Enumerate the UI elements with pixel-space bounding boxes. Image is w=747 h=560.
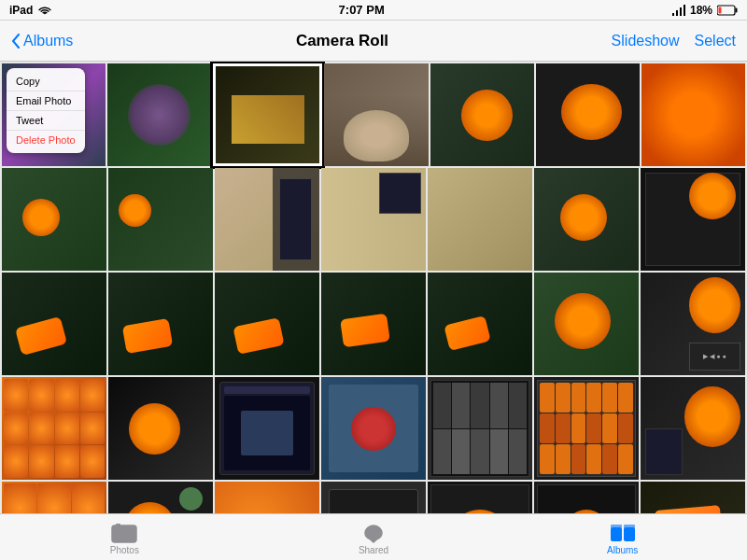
- status-bar: iPad 7:07 PM 18%: [0, 0, 747, 21]
- tab-shared-label: Shared: [359, 545, 388, 555]
- battery-icon: [717, 5, 738, 16]
- photo-thumb[interactable]: [534, 482, 639, 513]
- svg-rect-5: [735, 7, 737, 12]
- grid-row: ▶: [2, 482, 745, 513]
- photo-thumb[interactable]: [108, 482, 213, 513]
- photo-grid: Copy Email Photo Tweet Delete Photo: [0, 62, 747, 513]
- grid-row: ▶ ◀ ● ●: [2, 273, 745, 375]
- photo-thumb[interactable]: [428, 168, 532, 271]
- select-button[interactable]: Select: [695, 33, 736, 49]
- ctx-delete[interactable]: Delete Photo: [7, 131, 85, 149]
- photo-thumb[interactable]: [428, 377, 532, 480]
- photo-thumb[interactable]: [215, 273, 319, 375]
- photo-thumb[interactable]: [108, 377, 213, 480]
- svg-rect-13: [624, 525, 635, 528]
- svg-rect-7: [112, 525, 136, 542]
- svg-marker-3: [672, 13, 674, 16]
- photo-thumb[interactable]: [321, 273, 426, 375]
- wifi-icon: [37, 5, 52, 16]
- photo-thumb[interactable]: [534, 273, 639, 375]
- back-label: Albums: [23, 33, 73, 49]
- slideshow-button[interactable]: Slideshow: [612, 33, 680, 49]
- grid-row: Copy Email Photo Tweet Delete Photo: [2, 63, 745, 166]
- photo-thumb[interactable]: [215, 377, 319, 480]
- svg-rect-12: [611, 525, 622, 528]
- back-button[interactable]: Albums: [11, 33, 73, 49]
- photo-thumb[interactable]: Copy Email Photo Tweet Delete Photo: [2, 63, 106, 166]
- device-label: iPad: [9, 4, 33, 17]
- tab-albums-label: Albums: [607, 545, 638, 555]
- photo-thumb[interactable]: [430, 63, 534, 166]
- tab-photos[interactable]: Photos: [0, 519, 249, 555]
- grid-row: [2, 168, 745, 271]
- photo-thumb[interactable]: ▶ ◀ ● ●: [641, 273, 745, 375]
- svg-rect-8: [116, 524, 120, 526]
- status-time: 7:07 PM: [339, 3, 385, 17]
- context-menu: Copy Email Photo Tweet Delete Photo: [7, 68, 85, 153]
- photo-thumb[interactable]: [534, 168, 639, 271]
- nav-bar: Albums Camera Roll Slideshow Select: [0, 21, 747, 62]
- photo-thumb[interactable]: [641, 168, 745, 271]
- svg-rect-11: [624, 527, 635, 541]
- tab-shared[interactable]: Shared: [249, 519, 499, 555]
- photo-thumb[interactable]: [536, 63, 640, 166]
- ctx-email[interactable]: Email Photo: [7, 91, 85, 111]
- svg-point-9: [117, 529, 122, 535]
- svg-rect-10: [611, 527, 622, 541]
- photo-thumb[interactable]: [2, 377, 106, 480]
- photo-thumb[interactable]: [324, 63, 428, 166]
- photo-thumb[interactable]: [2, 482, 106, 513]
- battery-pct: 18%: [690, 4, 712, 17]
- photo-thumb[interactable]: [321, 168, 426, 271]
- photo-thumb[interactable]: [108, 273, 213, 375]
- svg-rect-6: [718, 7, 721, 13]
- svg-marker-0: [684, 5, 685, 16]
- tab-albums[interactable]: Albums: [498, 519, 747, 555]
- photo-thumb[interactable]: [534, 377, 639, 480]
- grid-row: [2, 377, 745, 480]
- photo-thumb[interactable]: [2, 168, 106, 271]
- ctx-copy[interactable]: Copy: [7, 72, 85, 91]
- status-left: iPad: [9, 4, 52, 17]
- photo-thumb[interactable]: [107, 63, 211, 166]
- photo-thumb[interactable]: [215, 168, 319, 271]
- photo-thumb[interactable]: [428, 482, 532, 513]
- photo-thumb-selected[interactable]: [213, 63, 322, 166]
- photo-thumb[interactable]: [215, 482, 319, 513]
- nav-actions: Slideshow Select: [612, 33, 736, 49]
- status-right: 18%: [670, 4, 738, 17]
- tab-photos-label: Photos: [110, 545, 139, 555]
- photo-thumb[interactable]: [641, 377, 745, 480]
- photo-thumb[interactable]: [641, 63, 745, 166]
- photo-thumb[interactable]: [641, 482, 745, 513]
- ctx-tweet[interactable]: Tweet: [7, 111, 85, 131]
- photo-thumb[interactable]: [2, 273, 106, 375]
- svg-marker-2: [676, 10, 678, 16]
- page-title: Camera Roll: [296, 32, 388, 50]
- tab-bar: Photos Shared Albums: [0, 513, 747, 560]
- svg-marker-1: [680, 7, 682, 16]
- photo-thumb[interactable]: [108, 168, 213, 271]
- photo-thumb[interactable]: ▶: [321, 482, 426, 513]
- photo-thumb[interactable]: [321, 377, 426, 480]
- signal-icon: [670, 5, 685, 16]
- photo-thumb[interactable]: [428, 273, 532, 375]
